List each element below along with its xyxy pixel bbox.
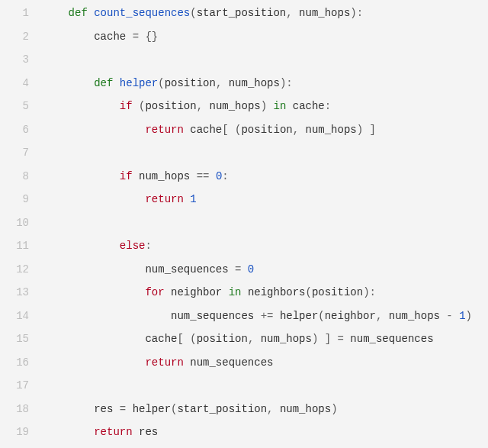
token-id: position bbox=[241, 124, 292, 136]
token-kw: in bbox=[229, 286, 248, 298]
token-op: : bbox=[286, 77, 292, 89]
token-br: ) bbox=[363, 286, 369, 298]
code-content: num_sequences += helper(neighbor, num_ho… bbox=[43, 305, 488, 328]
code-content bbox=[43, 141, 488, 165]
token-id: num_sequences bbox=[145, 263, 235, 276]
code-line: 16 return num_sequences bbox=[0, 351, 488, 375]
code-line: 19 return res bbox=[0, 421, 488, 444]
token-id: cache bbox=[190, 124, 222, 136]
token-num: 0 bbox=[248, 263, 254, 276]
token-kw2: return bbox=[145, 193, 190, 205]
line-number: 11 bbox=[0, 234, 43, 258]
token-op: == bbox=[197, 170, 216, 182]
code-content: cache = {} bbox=[43, 25, 488, 49]
token-kw2: for bbox=[145, 286, 171, 298]
line-number: 8 bbox=[0, 165, 43, 189]
token-id: cache bbox=[94, 31, 132, 43]
token-def: helper bbox=[120, 77, 158, 89]
token-op: , bbox=[376, 310, 389, 322]
token-br: ( bbox=[190, 7, 196, 19]
token-id: num_hops bbox=[139, 170, 197, 182]
code-line: 2 cache = {} bbox=[0, 25, 488, 49]
token-kw: def bbox=[94, 77, 120, 89]
code-content: return cache[ (position, num_hops) ] bbox=[43, 118, 488, 142]
code-line: 4 def helper(position, num_hops): bbox=[0, 72, 488, 95]
line-number: 2 bbox=[0, 25, 43, 49]
token-id: helper bbox=[280, 310, 318, 322]
token-id: start_position bbox=[197, 7, 287, 19]
line-number: 10 bbox=[0, 211, 43, 235]
line-number: 18 bbox=[0, 398, 43, 421]
code-line: 15 cache[ (position, num_hops) ] = num_s… bbox=[0, 327, 488, 351]
token-br: ) bbox=[261, 100, 274, 112]
token-id: num_sequences bbox=[171, 310, 261, 322]
token-op: : bbox=[222, 170, 228, 182]
token-op: = bbox=[338, 333, 351, 345]
line-number: 16 bbox=[0, 351, 43, 375]
token-op: : bbox=[370, 286, 376, 298]
token-op: = bbox=[133, 31, 146, 43]
code-line: 7 bbox=[0, 141, 488, 165]
code-line: 5 if (position, num_hops) in cache: bbox=[0, 95, 488, 118]
token-kw2: else bbox=[120, 240, 146, 252]
code-content bbox=[43, 211, 488, 235]
code-content: def helper(position, num_hops): bbox=[43, 72, 488, 95]
token-id: helper bbox=[133, 403, 171, 415]
token-def: count_sequences bbox=[94, 7, 190, 19]
token-br: ) bbox=[466, 310, 472, 322]
line-number: 17 bbox=[0, 374, 43, 398]
token-kw: in bbox=[274, 100, 293, 112]
token-op: , bbox=[267, 403, 280, 415]
line-number: 6 bbox=[0, 118, 43, 142]
line-number: 14 bbox=[0, 305, 43, 328]
code-line: 6 return cache[ (position, num_hops) ] bbox=[0, 118, 488, 142]
token-id: neighbor bbox=[325, 310, 376, 322]
code-line: 1 def count_sequences(start_position, nu… bbox=[0, 2, 488, 25]
token-op: , bbox=[216, 77, 229, 89]
code-line: 9 return 1 bbox=[0, 188, 488, 211]
token-id: cache bbox=[293, 100, 325, 112]
token-id: num_hops bbox=[389, 310, 447, 322]
token-br: {} bbox=[145, 31, 158, 43]
token-br: ( bbox=[318, 310, 324, 322]
token-op: = bbox=[235, 263, 248, 276]
line-number: 9 bbox=[0, 188, 43, 211]
token-br: [ ( bbox=[177, 333, 196, 345]
token-br: ) bbox=[350, 7, 356, 19]
token-op: , bbox=[248, 333, 261, 345]
code-line: 14 num_sequences += helper(neighbor, num… bbox=[0, 305, 488, 328]
token-br: ( bbox=[158, 77, 164, 89]
line-number: 12 bbox=[0, 258, 43, 282]
token-op: = bbox=[120, 403, 133, 415]
token-op: , bbox=[286, 7, 299, 19]
token-id: neighbors bbox=[248, 286, 306, 298]
token-br: [ ( bbox=[222, 124, 241, 136]
token-id: res bbox=[94, 403, 120, 415]
token-id: num_hops bbox=[261, 333, 312, 345]
token-id: num_hops bbox=[299, 7, 350, 19]
line-number: 5 bbox=[0, 95, 43, 118]
token-id: num_hops bbox=[229, 77, 280, 89]
code-content bbox=[43, 48, 488, 72]
token-op: , bbox=[197, 100, 210, 112]
code-block: 1 def count_sequences(start_position, nu… bbox=[0, 0, 488, 447]
token-id: num_hops bbox=[209, 100, 260, 112]
line-number: 7 bbox=[0, 141, 43, 165]
token-id: position bbox=[312, 286, 363, 298]
code-content: cache[ (position, num_hops) ] = num_sequ… bbox=[43, 327, 488, 351]
code-line: 13 for neighbor in neighbors(position): bbox=[0, 281, 488, 305]
token-id: num_sequences bbox=[190, 356, 273, 369]
token-id: start_position bbox=[177, 403, 267, 415]
line-number: 4 bbox=[0, 72, 43, 95]
code-line: 17 bbox=[0, 374, 488, 398]
token-kw2: if bbox=[120, 170, 139, 182]
token-id: position bbox=[165, 77, 216, 89]
code-line: 3 bbox=[0, 48, 488, 72]
token-id: num_hops bbox=[280, 403, 331, 415]
token-kw: def bbox=[69, 7, 95, 19]
code-content: for neighbor in neighbors(position): bbox=[43, 281, 488, 305]
code-content: else: bbox=[43, 234, 488, 258]
token-id: num_sequences bbox=[350, 333, 433, 345]
token-id: res bbox=[139, 426, 158, 438]
code-content: return res bbox=[43, 421, 488, 444]
